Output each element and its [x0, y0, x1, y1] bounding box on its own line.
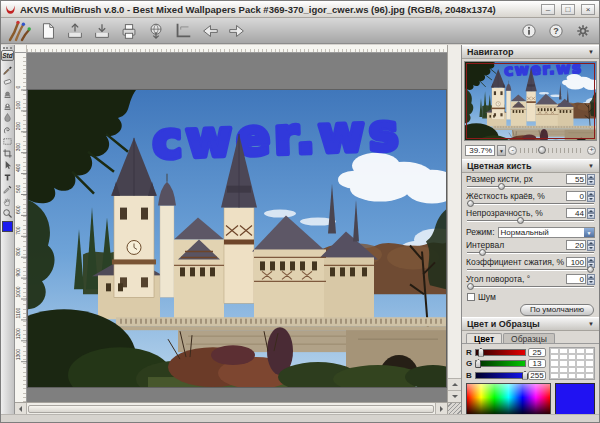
current-color-swatch[interactable]: [2, 221, 13, 232]
rotation-angle-spinbox[interactable]: 0: [566, 274, 595, 285]
interval-spinner[interactable]: [587, 240, 595, 251]
mode-combobox[interactable]: Нормальный ▼: [498, 227, 595, 238]
default-button[interactable]: По умолчанию: [520, 304, 594, 316]
zoom-dropdown-button[interactable]: ▼: [497, 145, 506, 156]
brush-panel-header[interactable]: Цветная кисть ▼: [462, 159, 599, 173]
blur-tool[interactable]: [1, 111, 14, 123]
opacity-spinbox[interactable]: 44: [566, 208, 595, 219]
noise-checkbox[interactable]: [467, 293, 475, 301]
interval-spinbox[interactable]: 20: [566, 240, 595, 251]
share-button[interactable]: [145, 20, 167, 42]
tab-swatches[interactable]: Образцы: [503, 333, 555, 343]
edge-hardness-spinbox[interactable]: 0: [566, 191, 595, 202]
brush-size-spinbox[interactable]: 55: [566, 174, 595, 185]
rotation-angle-spinner[interactable]: [587, 274, 595, 285]
channel-b-track[interactable]: [475, 372, 526, 379]
preferences-button[interactable]: [572, 20, 594, 42]
channel-r-track[interactable]: [475, 349, 526, 356]
new-button[interactable]: [37, 20, 59, 42]
interval-slider-knob[interactable]: [479, 249, 486, 256]
canvas-viewport[interactable]: [27, 53, 447, 402]
channel-g-value[interactable]: 13: [528, 359, 546, 368]
save-button[interactable]: [91, 20, 113, 42]
vertical-scrollbar[interactable]: [447, 45, 461, 402]
channel-g-handle[interactable]: [475, 359, 481, 368]
interval-slider[interactable]: [467, 250, 594, 256]
channel-b-value[interactable]: 255: [528, 371, 546, 380]
swatch-cell[interactable]: [568, 373, 577, 379]
opacity-slider-knob[interactable]: [517, 217, 524, 224]
open-button[interactable]: [64, 20, 86, 42]
compression-ratio-value[interactable]: 100: [566, 257, 586, 267]
brush-size-slider-knob[interactable]: [498, 183, 505, 190]
toolstrip-grip[interactable]: [3, 47, 12, 49]
std-mode-button[interactable]: Std: [1, 50, 14, 61]
selection-tool[interactable]: [1, 135, 14, 147]
hand-tool[interactable]: [1, 195, 14, 207]
move-tool[interactable]: [1, 159, 14, 171]
resize-grip[interactable]: [447, 402, 461, 414]
text-tool[interactable]: [1, 171, 14, 183]
maximize-button[interactable]: □: [561, 4, 575, 15]
channel-r-handle[interactable]: [478, 348, 484, 357]
smudge-tool[interactable]: [1, 123, 14, 135]
selected-color-swatch[interactable]: [555, 383, 595, 414]
resize-button[interactable]: [172, 20, 194, 42]
help-button[interactable]: ?: [545, 20, 567, 42]
opacity-value[interactable]: 44: [566, 208, 586, 218]
forward-button[interactable]: [226, 20, 248, 42]
print-button[interactable]: [118, 20, 140, 42]
color-panel-header[interactable]: Цвет и Образцы ▼: [462, 317, 599, 331]
zoom-value-input[interactable]: 39.7%: [465, 145, 495, 156]
crop-tool[interactable]: [1, 147, 14, 159]
channel-g-track[interactable]: [475, 360, 526, 367]
minimize-button[interactable]: –: [541, 4, 555, 15]
rotation-angle-slider-knob[interactable]: [467, 283, 474, 290]
swatch-cell[interactable]: [576, 373, 585, 379]
eraser-tool[interactable]: [1, 75, 14, 87]
zoom-slider[interactable]: [519, 145, 585, 156]
combo-arrow-icon[interactable]: ▼: [584, 228, 594, 237]
scroll-right-button[interactable]: [435, 403, 447, 414]
tab-color[interactable]: Цвет: [466, 333, 502, 343]
opacity-slider[interactable]: [467, 218, 594, 224]
navigator-header[interactable]: Навигатор ▼: [462, 45, 599, 59]
edge-hardness-value[interactable]: 0: [566, 191, 586, 201]
swatch-cell[interactable]: [559, 373, 568, 379]
navigator-thumbnail[interactable]: [464, 61, 597, 141]
swatch-cell[interactable]: [585, 373, 594, 379]
navigator-view-frame[interactable]: [466, 63, 595, 139]
compression-ratio-slider-knob[interactable]: [587, 266, 594, 273]
scroll-up-button[interactable]: [448, 378, 461, 390]
brush-tool[interactable]: [1, 63, 14, 75]
chameleon-brush-tool[interactable]: [1, 99, 14, 111]
scroll-left-button[interactable]: [15, 403, 27, 414]
interval-value[interactable]: 20: [566, 240, 586, 250]
edge-hardness-slider-knob[interactable]: [467, 200, 474, 207]
color-spectrum-picker[interactable]: [466, 383, 551, 414]
scroll-down-button[interactable]: [448, 390, 461, 402]
zoom-out-button[interactable]: -: [508, 146, 517, 155]
zoom-tool[interactable]: [1, 207, 14, 219]
edge-hardness-slider[interactable]: [467, 201, 594, 207]
brush-size-value[interactable]: 55: [566, 174, 586, 184]
hscroll-thumb[interactable]: [28, 405, 434, 413]
horizontal-scrollbar[interactable]: [15, 402, 447, 414]
channel-r-value[interactable]: 25: [528, 348, 546, 357]
document-image[interactable]: [28, 90, 446, 387]
edge-hardness-spinner[interactable]: [587, 191, 595, 202]
rotation-angle-slider[interactable]: [467, 284, 594, 290]
back-button[interactable]: [199, 20, 221, 42]
brush-size-slider[interactable]: [467, 184, 594, 190]
opacity-spinner[interactable]: [587, 208, 595, 219]
rotation-angle-value[interactable]: 0: [566, 274, 586, 284]
zoom-in-button[interactable]: +: [587, 146, 596, 155]
brush-size-spinner[interactable]: [587, 174, 595, 185]
eyedropper-tool[interactable]: [1, 183, 14, 195]
vscroll-track[interactable]: [448, 45, 461, 378]
clone-stamp-tool[interactable]: [1, 87, 14, 99]
compression-ratio-slider[interactable]: [467, 267, 594, 273]
swatch-cell[interactable]: [550, 373, 559, 379]
close-button[interactable]: ×: [581, 4, 595, 15]
info-button[interactable]: [518, 20, 540, 42]
